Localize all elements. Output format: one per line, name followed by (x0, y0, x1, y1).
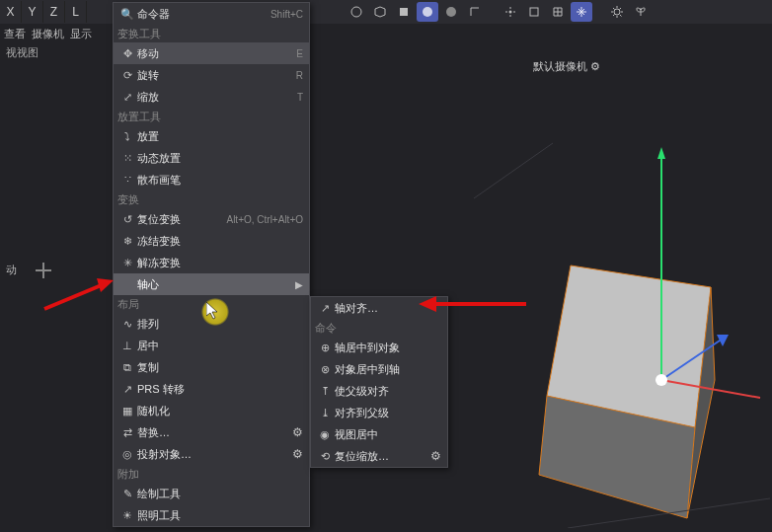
menu-dynamic-place[interactable]: ⁙ 动态放置 (114, 147, 309, 169)
submenu-reset-scale[interactable]: ⟲ 复位缩放… ⚙ (311, 445, 447, 467)
menu-move[interactable]: ✥ 移动 E (114, 42, 309, 64)
project-icon: ◎ (117, 446, 137, 462)
menu-header-attach: 附加 (114, 465, 309, 483)
menu-header-place-tools: 放置工具 (114, 108, 309, 125)
svg-rect-1 (400, 8, 408, 16)
menu-search[interactable]: 🔍 命令器 Shift+C (114, 3, 309, 25)
submenu-axis-center-label: 轴居中到对象 (335, 341, 441, 355)
menu-project[interactable]: ◎ 投射对象… ⚙ (114, 443, 309, 465)
viewport-type-label: 视视图 (6, 45, 39, 60)
shading-wire-icon[interactable] (346, 2, 367, 22)
viewport-3d[interactable] (474, 104, 770, 528)
prs-icon: ↗ (117, 381, 137, 397)
menu-random[interactable]: ▦ 随机化 (114, 400, 309, 421)
svg-point-15 (656, 374, 667, 386)
svg-point-2 (423, 7, 432, 17)
menu-scale[interactable]: ⤢ 缩放 T (114, 86, 309, 108)
pencil-icon: ✎ (117, 486, 137, 501)
snap-dot-icon[interactable] (500, 2, 521, 22)
toolbar-icons (346, 2, 652, 22)
menu-arrange-label: 排列 (137, 317, 303, 332)
axis-z-button[interactable]: Z (43, 1, 65, 23)
menu-place-label: 放置 (137, 129, 303, 144)
menu-freeze-transform[interactable]: ❄ 冻结变换 (114, 230, 309, 252)
svg-point-0 (351, 7, 361, 17)
menu-duplicate-label: 复制 (137, 360, 303, 375)
menu-header-transform: 变换 (114, 190, 309, 208)
menu-scale-label: 缩放 (137, 90, 297, 105)
submenu-parent-align-label: 使父级对齐 (335, 384, 441, 399)
axis-center-icon: ⊕ (315, 340, 335, 355)
menu-reset-transform[interactable]: ↺ 复位变换 Alt+O, Ctrl+Alt+O (114, 208, 309, 230)
submenu-align-axis-label: 轴对齐… (335, 301, 441, 316)
menu-scatter[interactable]: ∵ 散布画笔 (114, 169, 309, 190)
arrange-icon: ∿ (117, 316, 137, 332)
gear-icon[interactable]: ⚙ (292, 425, 303, 439)
menu-reset-label: 复位变换 (137, 212, 226, 227)
rotate-icon: ⟳ (117, 67, 137, 83)
menu-replace-label: 替换… (137, 425, 288, 440)
butterfly-icon[interactable] (630, 2, 652, 22)
submenu-parent-align[interactable]: ⤒ 使父级对齐 (311, 380, 447, 402)
axis-y-button[interactable]: Y (22, 1, 43, 23)
gear-icon[interactable]: ⚙ (430, 449, 441, 463)
submenu-view-center[interactable]: ◉ 视图居中 (311, 423, 447, 445)
snap-cube-icon[interactable] (523, 2, 545, 22)
axis-x-button[interactable]: X (0, 1, 22, 23)
submenu-obj-center-label: 对象居中到轴 (335, 362, 441, 377)
menu-scatter-label: 散布画笔 (137, 173, 303, 188)
menu-search-shortcut: Shift+C (270, 9, 303, 20)
menu-prs-label: PRS 转移 (137, 382, 303, 397)
axis-tool-icon[interactable] (36, 263, 51, 278)
shading-solid-icon[interactable] (393, 2, 415, 22)
menu-unfreeze-label: 解冻变换 (137, 256, 303, 270)
menu-rotate[interactable]: ⟳ 旋转 R (114, 64, 309, 86)
menu-place[interactable]: ⤵ 放置 (114, 125, 309, 147)
menu-light-label: 照明工具 (137, 508, 303, 523)
menu-prs-transfer[interactable]: ↗ PRS 转移 (114, 378, 309, 400)
view-tab[interactable]: 查看 (4, 27, 26, 41)
shading-material-icon[interactable] (417, 2, 438, 22)
submenu-align-axis[interactable]: ↗ 轴对齐… (311, 297, 447, 319)
menu-freeze-label: 冻结变换 (137, 234, 303, 249)
menu-light-tool[interactable]: ☀ 照明工具 (114, 504, 309, 526)
menu-duplicate[interactable]: ⧉ 复制 (114, 356, 309, 378)
menu-arrange[interactable]: ∿ 排列 (114, 313, 309, 335)
snap-toggle-icon[interactable] (571, 2, 592, 22)
shading-box-icon[interactable] (369, 2, 391, 22)
menu-project-label: 投射对象… (137, 447, 288, 462)
tools-menu: 🔍 命令器 Shift+C 变换工具 ✥ 移动 E ⟳ 旋转 R ⤢ 缩放 T … (113, 2, 310, 527)
unfreeze-icon: ✳ (117, 255, 137, 270)
shading-line-icon[interactable] (464, 2, 486, 22)
submenu-obj-center-axis[interactable]: ⊗ 对象居中到轴 (311, 358, 447, 380)
submenu-align-to-parent[interactable]: ⤓ 对齐到父级 (311, 402, 447, 423)
axis-submenu: ↗ 轴对齐… 命令 ⊕ 轴居中到对象 ⊗ 对象居中到轴 ⤒ 使父级对齐 ⤓ 对齐… (310, 296, 448, 468)
menu-draw-tool[interactable]: ✎ 绘制工具 (114, 483, 309, 504)
menu-axis[interactable]: 轴心 ▶ (114, 273, 309, 295)
menu-replace[interactable]: ⇄ 替换… ⚙ (114, 421, 309, 443)
freeze-icon: ❄ (117, 233, 137, 249)
camera-label[interactable]: 默认摄像机 ⚙ (533, 59, 600, 74)
axis-l-button[interactable]: L (65, 1, 87, 23)
svg-line-16 (474, 143, 553, 198)
reset-icon: ↺ (117, 211, 137, 227)
display-tab[interactable]: 显示 (70, 27, 92, 41)
camera-tab[interactable]: 摄像机 (32, 27, 64, 41)
menu-rotate-shortcut: R (296, 70, 303, 81)
light-icon: ☀ (117, 507, 137, 523)
submenu-reset-scale-label: 复位缩放… (335, 449, 430, 464)
menu-random-label: 随机化 (137, 404, 303, 418)
menu-center[interactable]: ⊥ 居中 (114, 335, 309, 356)
menu-draw-label: 绘制工具 (137, 487, 303, 501)
shading-render-icon[interactable] (440, 2, 462, 22)
menu-unfreeze-transform[interactable]: ✳ 解冻变换 (114, 252, 309, 273)
duplicate-icon: ⧉ (117, 359, 137, 375)
reset-scale-icon: ⟲ (315, 448, 335, 464)
settings-gear-icon[interactable] (606, 2, 628, 22)
menu-center-label: 居中 (137, 339, 303, 353)
gear-icon[interactable]: ⚙ (292, 447, 303, 461)
grid-icon[interactable] (547, 2, 569, 22)
obj-center-icon: ⊗ (315, 361, 335, 377)
menu-header-transform-tools: 变换工具 (114, 25, 309, 42)
submenu-axis-center-obj[interactable]: ⊕ 轴居中到对象 (311, 337, 447, 358)
